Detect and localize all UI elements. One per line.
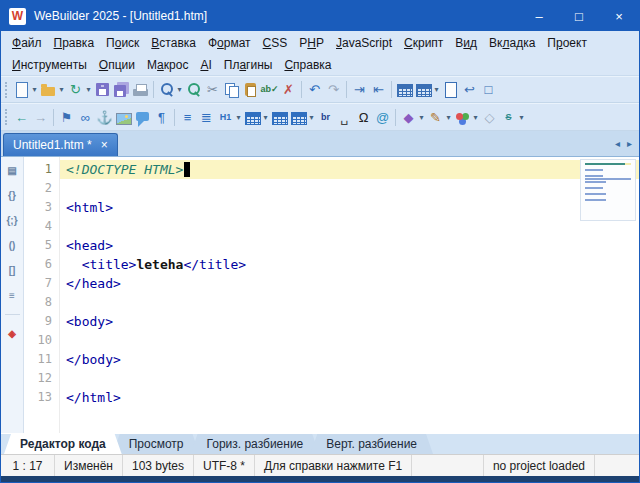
- insert-comment-button[interactable]: [133, 106, 152, 128]
- tab-scroll-left-button[interactable]: ◂: [615, 138, 620, 149]
- app-icon[interactable]: W: [9, 8, 26, 25]
- highlighter-button[interactable]: ✎▾: [426, 106, 453, 128]
- menu-script[interactable]: Скрипт: [398, 34, 449, 52]
- highlighter-icon: ✎: [427, 109, 444, 126]
- menu-file[interactable]: Файл: [6, 34, 48, 52]
- menu-insert[interactable]: Вставка: [145, 34, 202, 52]
- menu-php[interactable]: PHP: [293, 34, 330, 52]
- insert-frame-button[interactable]: [270, 106, 289, 128]
- hyperlink-button[interactable]: ∞: [76, 106, 95, 128]
- menu-macros[interactable]: Макрос: [141, 56, 194, 74]
- save-all-button[interactable]: [112, 79, 131, 101]
- delete-button[interactable]: ✗: [279, 79, 298, 101]
- line-number: 6: [24, 255, 52, 274]
- code-line: </head>: [66, 274, 639, 293]
- fullscreen-button[interactable]: □: [479, 79, 498, 101]
- insert-table-button[interactable]: ▾: [243, 106, 270, 128]
- clipboard-panel-button[interactable]: ▤: [3, 162, 22, 179]
- outdent-button[interactable]: ⇤: [369, 79, 388, 101]
- line-break-button[interactable]: br: [316, 106, 335, 128]
- insert-image-button[interactable]: [114, 106, 133, 128]
- file-size: 103 bytes: [123, 455, 194, 476]
- paragraph-button[interactable]: ¶: [152, 106, 171, 128]
- menu-ai[interactable]: AI: [194, 56, 217, 74]
- dropdown-arrow-icon: ▾: [445, 113, 452, 122]
- email-link-button[interactable]: @: [373, 106, 392, 128]
- code-snippets-panel-button[interactable]: {}: [3, 187, 22, 204]
- menu-view[interactable]: Вид: [449, 34, 483, 52]
- menu-bar-secondary: ИнструментыОпцииМакросAIПлагиныСправка: [1, 54, 639, 76]
- code-snippets-button[interactable]: [441, 79, 460, 101]
- anchor-button[interactable]: ⚓: [95, 106, 114, 128]
- color-picker-button[interactable]: ▾: [453, 106, 480, 128]
- menu-tools[interactable]: Инструменты: [6, 56, 93, 74]
- minimap[interactable]: [580, 159, 636, 221]
- word-wrap-button[interactable]: ↩: [460, 79, 479, 101]
- line-number-gutter[interactable]: 12345678910111213: [24, 157, 60, 433]
- menu-project[interactable]: Проект: [541, 34, 593, 52]
- insert-div-button[interactable]: ▾: [289, 106, 316, 128]
- parens-panel-button[interactable]: (): [3, 237, 22, 254]
- print-button[interactable]: [131, 79, 150, 101]
- resize-grip: [595, 455, 639, 476]
- close-button[interactable]: ×: [599, 1, 639, 31]
- redo-icon: ↷: [325, 81, 342, 98]
- heading-1-button[interactable]: H1▾: [216, 106, 243, 128]
- find-button[interactable]: ▾: [157, 79, 184, 101]
- tab-close-button[interactable]: ×: [101, 139, 108, 151]
- code-segment: </head>: [66, 276, 121, 291]
- find-replace-button[interactable]: [184, 79, 203, 101]
- document-structure-panel-button[interactable]: ≡: [3, 287, 22, 304]
- paste-button[interactable]: [241, 79, 260, 101]
- menu-edit[interactable]: Правка: [48, 34, 101, 52]
- navigate-back-button[interactable]: ←: [12, 106, 31, 128]
- special-character-button[interactable]: Ω: [354, 106, 373, 128]
- menu-format[interactable]: Формат: [202, 34, 257, 52]
- menu-options[interactable]: Опции: [93, 56, 141, 74]
- ordered-list-button[interactable]: ≣: [197, 106, 216, 128]
- file-browser-button[interactable]: ▾: [414, 79, 441, 101]
- view-tab-horizontal-split[interactable]: Гориз. разбиение: [191, 434, 320, 454]
- toolbar-separator: [53, 109, 54, 126]
- ordered-list-icon: ≣: [198, 109, 215, 126]
- cut-button[interactable]: ✂: [203, 79, 222, 101]
- tab-scroll-right-button[interactable]: ▸: [627, 138, 632, 149]
- code-cleaner-button[interactable]: ◇: [480, 106, 499, 128]
- bookmark-icon: ⚑: [58, 109, 75, 126]
- html-validator-panel-button[interactable]: ◈: [3, 325, 22, 342]
- view-tab-vertical-split[interactable]: Верт. разбиение: [310, 434, 433, 454]
- spell-check-button[interactable]: ab✓: [260, 79, 279, 101]
- maximize-button[interactable]: □: [559, 1, 599, 31]
- strikethrough-button[interactable]: S▾: [499, 106, 526, 128]
- reopen-file-button[interactable]: ↻▾: [66, 79, 93, 101]
- brackets-panel-button[interactable]: []: [3, 262, 22, 279]
- open-file-button[interactable]: ▾: [39, 79, 66, 101]
- menu-help[interactable]: Справка: [278, 56, 337, 74]
- modified-status: Изменён: [55, 455, 123, 476]
- undo-button[interactable]: ↶: [305, 79, 324, 101]
- navigate-forward-button[interactable]: →: [31, 106, 50, 128]
- copy-button[interactable]: [222, 79, 241, 101]
- menu-tab[interactable]: Вкладка: [483, 34, 541, 52]
- code-templates-panel-button[interactable]: {;}: [3, 212, 22, 229]
- view-tab-code-editor[interactable]: Редактор кода: [4, 434, 122, 454]
- minimize-button[interactable]: –: [519, 1, 559, 31]
- view-tab-preview[interactable]: Просмотр: [113, 434, 200, 454]
- indent-button[interactable]: ⇥: [350, 79, 369, 101]
- quick-color-button[interactable]: ◆▾: [399, 106, 426, 128]
- menu-css[interactable]: CSS: [257, 34, 294, 52]
- document-tab-untitled1[interactable]: Untitled1.htm *×: [3, 133, 118, 156]
- code-explorer-button[interactable]: [395, 79, 414, 101]
- menu-javascript[interactable]: JavaScript: [330, 34, 398, 52]
- insert-div-icon: [290, 109, 307, 126]
- minimap-line: [585, 172, 631, 174]
- redo-button[interactable]: ↷: [324, 79, 343, 101]
- bookmark-button[interactable]: ⚑: [57, 106, 76, 128]
- menu-search[interactable]: Поиск: [100, 34, 145, 52]
- code-editor[interactable]: <!DOCTYPE HTML><html><head> <title>leteh…: [60, 157, 639, 433]
- save-button[interactable]: [93, 79, 112, 101]
- menu-plugins[interactable]: Плагины: [218, 56, 279, 74]
- new-document-button[interactable]: ▾: [12, 79, 39, 101]
- non-breaking-space-button[interactable]: ␣: [335, 106, 354, 128]
- unordered-list-button[interactable]: ≡: [178, 106, 197, 128]
